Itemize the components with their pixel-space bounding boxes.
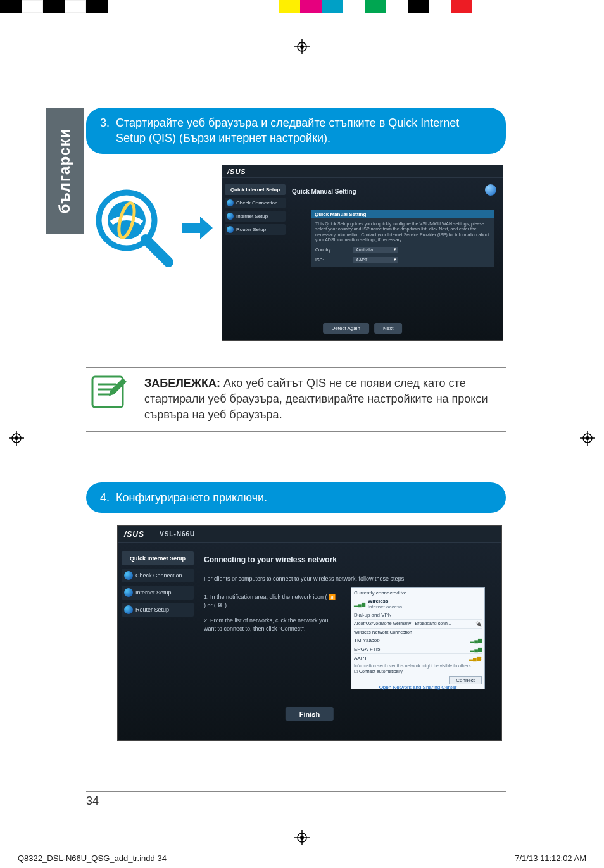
- qis-screenshot-connecting: /SUS VSL-N66U Quick Internet Setup Check…: [117, 525, 502, 741]
- connect-button[interactable]: Connect: [449, 676, 482, 684]
- next-button[interactable]: Next: [374, 323, 402, 334]
- model-label: VSL-N66U: [160, 531, 195, 538]
- page-number: 34: [86, 791, 506, 808]
- language-tab: български: [46, 108, 84, 234]
- shot2-step1: 1. In the notification area, click the n…: [204, 593, 337, 609]
- open-network-center-link[interactable]: Open Network and Sharing Center: [354, 684, 482, 690]
- wifi-currently: Currently connected to:: [354, 590, 482, 596]
- isp-label: ISP:: [315, 258, 353, 263]
- shot2-step2: 2. From the list of networks, click the …: [204, 617, 337, 632]
- wifi-row[interactable]: Arcor/O2/Vodafone Germany - Broadband co…: [354, 621, 451, 627]
- wifi-section: Dial-up and VPN: [354, 612, 482, 618]
- dialup-icon: 🔌: [475, 621, 482, 627]
- svg-point-11: [586, 436, 589, 440]
- qis-screenshot-quick-manual: /SUS Quick Internet Setup Check Connecti…: [222, 165, 503, 341]
- footer-timestamp: 7/1/13 11:12:02 AM: [515, 853, 586, 863]
- note-block: ЗАБЕЛЕЖКА: Ако уеб сайтът QIS не се появ…: [86, 367, 506, 432]
- arrow-right-icon: [182, 215, 214, 241]
- note-icon: [86, 373, 130, 411]
- svg-rect-19: [92, 377, 123, 407]
- registration-mark-icon: [294, 39, 310, 54]
- step-3-pill: 3. Стартирайте уеб браузъра и следвайте …: [86, 108, 506, 154]
- sidebar-item[interactable]: Check Connection: [225, 198, 286, 208]
- registration-mark-icon: [294, 830, 310, 845]
- isp-select[interactable]: AAPT: [353, 257, 398, 263]
- shot1-topbar: [222, 165, 503, 178]
- wifi-net-sub: Internet access: [368, 604, 402, 610]
- print-color-bar: [0, 0, 604, 13]
- finish-button[interactable]: Finish: [286, 707, 334, 721]
- svg-point-3: [300, 45, 304, 49]
- shot2-sidebar: Quick Internet Setup Check Connection In…: [122, 551, 194, 617]
- language-label: български: [56, 129, 73, 213]
- wifi-popup: Currently connected to: ▂▄▆ Wireless Int…: [351, 587, 485, 689]
- wifi-signal-icon: ▂▄▆: [470, 638, 482, 643]
- shot1-side-header: Quick Internet Setup: [225, 184, 286, 195]
- note-label: ЗАБЕЛЕЖКА:: [144, 377, 220, 389]
- sidebar-item[interactable]: Internet Setup: [225, 211, 286, 222]
- shot1-title: Quick Manual Setting: [292, 188, 356, 195]
- panel-header: Quick Manual Setting: [311, 210, 494, 218]
- shot2-heading: Connecting to your wireless network: [204, 555, 337, 564]
- step-4-text: Конфигурирането приключи.: [116, 490, 267, 505]
- svg-point-7: [15, 436, 18, 440]
- wifi-signal-icon: ▂▄▆: [470, 646, 482, 652]
- shot2-side-header: Quick Internet Setup: [122, 551, 194, 565]
- step-3-text: Стартирайте уеб браузъра и следвайте стъ…: [116, 115, 492, 146]
- wifi-signal-icon: ▂▄▆!: [469, 655, 482, 661]
- shot1-sidebar: Quick Internet Setup Check Connection In…: [225, 184, 286, 235]
- country-label: Country:: [315, 248, 353, 253]
- shot2-steps: 1. In the notification area, click the n…: [204, 593, 337, 640]
- registration-mark-icon: [9, 431, 24, 446]
- detect-again-button[interactable]: Detect Again: [323, 323, 369, 334]
- sidebar-item[interactable]: Check Connection: [122, 569, 194, 582]
- footer-filename: Q8322_DSL-N66U_QSG_add_tr.indd 34: [18, 853, 167, 863]
- wifi-info: Information sent over this network might…: [354, 662, 482, 669]
- wifi-row[interactable]: EPGA-FTI5: [354, 646, 380, 652]
- step-4-pill: 4. Конфигурирането приключи.: [86, 482, 506, 513]
- step-4-number: 4.: [100, 490, 110, 505]
- shot1-panel: Quick Manual Setting This Quick Setup gu…: [311, 210, 494, 267]
- step-3-number: 3.: [100, 115, 110, 130]
- browser-magnifier-icon: [94, 187, 175, 268]
- sidebar-item[interactable]: Router Setup: [225, 224, 286, 235]
- svg-point-15: [300, 836, 304, 840]
- registration-mark-icon: [580, 431, 595, 446]
- wifi-row[interactable]: TM-Yaacob: [354, 638, 380, 643]
- home-icon[interactable]: [485, 184, 496, 196]
- asus-logo: /SUS: [124, 530, 144, 539]
- wifi-auto[interactable]: ☑ Connect automatically: [354, 669, 482, 674]
- sidebar-item[interactable]: Router Setup: [122, 603, 194, 617]
- wifi-row[interactable]: AAPT: [354, 655, 367, 661]
- wifi-net-name: Wireless: [368, 598, 402, 604]
- sidebar-item[interactable]: Internet Setup: [122, 586, 194, 600]
- asus-logo: /SUS: [227, 168, 246, 175]
- country-select[interactable]: Australia: [353, 247, 398, 253]
- panel-body: This Quick Setup guides you to quickly c…: [311, 218, 494, 267]
- shot2-subheading: For clients or computers to connect to y…: [204, 576, 406, 582]
- panel-desc: This Quick Setup guides you to quickly c…: [315, 222, 490, 243]
- wifi-signal-icon: ▂▄▆: [354, 601, 365, 607]
- wifi-row: Wireless Network Connection: [354, 630, 412, 634]
